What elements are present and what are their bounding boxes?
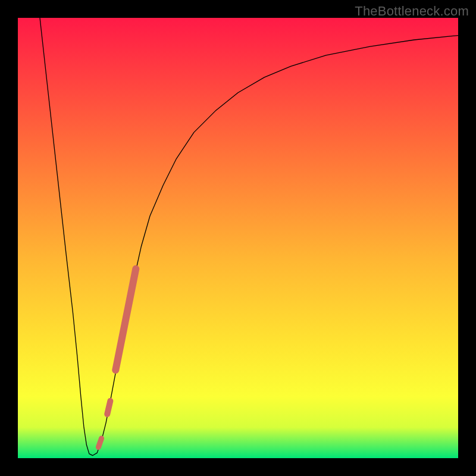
watermark-text: TheBottleneck.com (355, 4, 469, 19)
plot-area (18, 18, 458, 458)
bottleneck-chart (18, 18, 458, 458)
series-highlight-dot-low (98, 439, 101, 447)
series-highlight-dot-mid (107, 401, 110, 414)
gradient-background (18, 18, 458, 458)
chart-frame: TheBottleneck.com (0, 0, 476, 476)
